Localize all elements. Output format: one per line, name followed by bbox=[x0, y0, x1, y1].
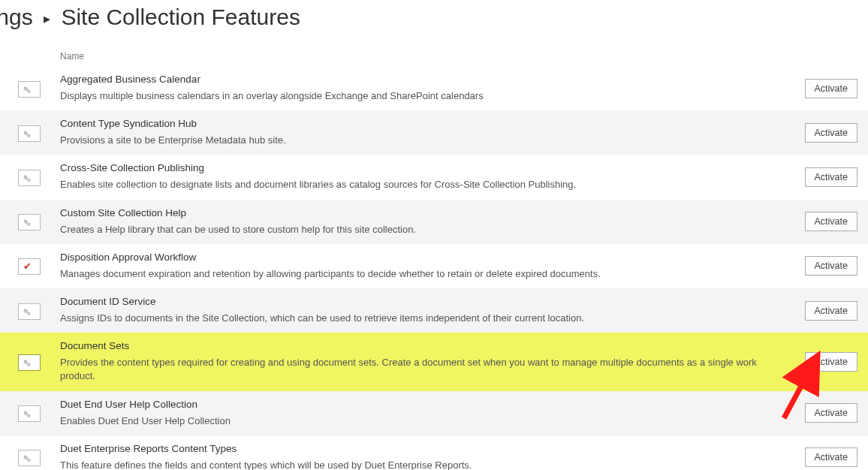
svg-point-8 bbox=[25, 309, 27, 312]
feature-title: Document Sets bbox=[60, 340, 778, 351]
feature-title: Duet End User Help Collection bbox=[60, 399, 778, 410]
feature-gear-icon bbox=[18, 450, 41, 466]
feature-row: Content Type Syndication HubProvisions a… bbox=[0, 110, 868, 155]
features-table: Name Aggregated Business CalendarDisplay… bbox=[0, 47, 868, 470]
activate-button[interactable]: Activate bbox=[805, 301, 857, 321]
feature-icon-cell bbox=[18, 124, 60, 142]
svg-point-6 bbox=[25, 221, 27, 223]
activate-button[interactable]: Activate bbox=[805, 79, 857, 98]
feature-title: Document ID Service bbox=[60, 296, 778, 307]
feature-gear-icon bbox=[18, 405, 41, 422]
table-header: Name bbox=[0, 47, 868, 66]
svg-point-4 bbox=[25, 176, 27, 179]
svg-point-9 bbox=[28, 312, 30, 315]
activate-button[interactable]: Activate bbox=[805, 167, 857, 187]
feature-gear-icon bbox=[18, 214, 41, 230]
feature-text: Aggregated Business CalendarDisplays mul… bbox=[60, 74, 790, 103]
svg-point-7 bbox=[28, 223, 30, 225]
feature-action: Activate bbox=[790, 123, 857, 143]
svg-point-2 bbox=[25, 132, 27, 134]
feature-icon-cell bbox=[18, 353, 60, 371]
activate-button[interactable]: Activate bbox=[805, 123, 857, 143]
feature-row: Aggregated Business CalendarDisplays mul… bbox=[0, 66, 868, 110]
feature-icon-cell bbox=[18, 448, 60, 466]
feature-action: Activate bbox=[790, 352, 857, 372]
feature-action: Activate bbox=[790, 403, 857, 423]
feature-text: Duet Enterprise Reports Content TypesThi… bbox=[60, 443, 790, 470]
feature-gear-icon bbox=[18, 170, 41, 186]
feature-description: Provides the content types required for … bbox=[60, 356, 778, 383]
activate-button[interactable]: Activate bbox=[805, 447, 857, 467]
chevron-right-icon: ▸ bbox=[44, 11, 50, 26]
feature-title: Cross-Site Collection Publishing bbox=[60, 162, 778, 173]
feature-icon-cell bbox=[18, 168, 60, 186]
feature-icon-cell bbox=[18, 404, 60, 422]
feature-icon-cell bbox=[18, 80, 60, 98]
feature-description: This feature defines the fields and cont… bbox=[60, 459, 778, 470]
feature-title: Content Type Syndication Hub bbox=[60, 118, 778, 129]
feature-title: Disposition Approval Workflow bbox=[60, 252, 778, 263]
feature-action: Activate bbox=[790, 447, 857, 467]
svg-point-12 bbox=[25, 412, 27, 414]
activate-button[interactable]: Activate bbox=[805, 403, 857, 423]
feature-text: Custom Site Collection HelpCreates a Hel… bbox=[60, 207, 790, 237]
svg-point-10 bbox=[25, 361, 27, 363]
feature-gear-icon bbox=[18, 303, 41, 320]
svg-point-3 bbox=[28, 134, 30, 137]
activate-button[interactable]: Activate bbox=[805, 212, 857, 231]
feature-action: Activate bbox=[790, 79, 857, 98]
feature-row: Duet End User Help CollectionEnables Due… bbox=[0, 391, 868, 435]
svg-point-5 bbox=[28, 179, 30, 181]
activate-button[interactable]: Activate bbox=[805, 352, 857, 372]
feature-row: Document ID ServiceAssigns IDs to docume… bbox=[0, 288, 868, 333]
column-name-header: Name bbox=[60, 51, 84, 62]
svg-point-13 bbox=[28, 414, 30, 417]
feature-action: Activate bbox=[790, 256, 857, 276]
feature-description: Enables Duet End User Help Collection bbox=[60, 414, 778, 428]
feature-icon-cell: ✔ bbox=[18, 257, 60, 275]
feature-title: Custom Site Collection Help bbox=[60, 207, 778, 218]
feature-title: Duet Enterprise Reports Content Types bbox=[60, 443, 778, 454]
workflow-check-icon: ✔ bbox=[18, 258, 41, 275]
feature-row: Document SetsProvides the content types … bbox=[0, 333, 868, 390]
feature-row: ✔Disposition Approval WorkflowManages do… bbox=[0, 244, 868, 288]
breadcrumb: ttings ▸ Site Collection Features bbox=[0, 0, 868, 47]
svg-point-11 bbox=[28, 363, 30, 366]
feature-action: Activate bbox=[790, 212, 857, 231]
feature-text: Cross-Site Collection PublishingEnables … bbox=[60, 162, 790, 191]
feature-description: Creates a Help library that can be used … bbox=[60, 223, 778, 237]
feature-text: Duet End User Help CollectionEnables Due… bbox=[60, 399, 790, 428]
svg-point-1 bbox=[28, 90, 30, 92]
feature-row: Cross-Site Collection PublishingEnables … bbox=[0, 155, 868, 199]
feature-text: Document ID ServiceAssigns IDs to docume… bbox=[60, 296, 790, 325]
feature-row: Duet Enterprise Reports Content TypesThi… bbox=[0, 435, 868, 470]
feature-text: Content Type Syndication HubProvisions a… bbox=[60, 118, 790, 147]
feature-icon-cell bbox=[18, 302, 60, 320]
feature-row: Custom Site Collection HelpCreates a Hel… bbox=[0, 200, 868, 244]
feature-text: Disposition Approval WorkflowManages doc… bbox=[60, 252, 790, 281]
feature-description: Assigns IDs to documents in the Site Col… bbox=[60, 312, 778, 325]
svg-point-15 bbox=[28, 459, 30, 462]
feature-title: Aggregated Business Calendar bbox=[60, 74, 778, 85]
breadcrumb-prev[interactable]: ttings bbox=[0, 5, 33, 29]
feature-icon-cell bbox=[18, 212, 60, 230]
feature-gear-icon bbox=[18, 81, 41, 98]
feature-text: Document SetsProvides the content types … bbox=[60, 340, 790, 383]
feature-gear-icon bbox=[18, 125, 41, 142]
svg-point-14 bbox=[25, 456, 27, 459]
feature-action: Activate bbox=[790, 167, 857, 187]
activate-button[interactable]: Activate bbox=[805, 256, 857, 276]
breadcrumb-current: Site Collection Features bbox=[61, 5, 300, 29]
feature-gear-icon bbox=[18, 354, 41, 371]
feature-description: Enables site collection to designate lis… bbox=[60, 178, 778, 191]
feature-action: Activate bbox=[790, 301, 857, 321]
feature-description: Displays multiple business calendars in … bbox=[60, 89, 778, 103]
feature-description: Provisions a site to be Enterprise Metad… bbox=[60, 134, 778, 147]
svg-point-0 bbox=[25, 87, 27, 89]
feature-description: Manages document expiration and retentio… bbox=[60, 267, 778, 281]
